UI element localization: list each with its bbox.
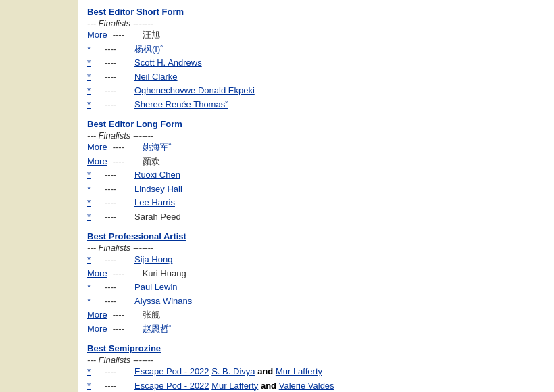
section-title-best-professional-artist[interactable]: Best Professional Artist [87,231,186,241]
section-best-editor-short-form: Best Editor Short Form--- Finalists ----… [87,3,547,111]
entry-name-link[interactable]: S. B. Divya [211,366,255,376]
entry-name-and: and [257,366,273,376]
entry-dashes: ---- [105,379,130,393]
entry-name: 杨枫(I)˚ [134,43,163,56]
entry-name: Paul Lewin [134,280,178,294]
section-best-semiprozine: Best Semiprozine--- Finalists -------*--… [87,339,547,392]
finalists-label-best-professional-artist: --- Finalists ------- [87,243,153,253]
entry-name: 汪旭 [143,28,160,42]
star-link[interactable]: * [87,253,99,266]
star-link[interactable]: * [87,379,99,393]
entry-dashes: ---- [113,308,138,322]
entry-row: *----Escape Pod - 2022 S. B. Divya and M… [87,365,547,378]
more-link[interactable]: More [87,322,107,336]
entry-dashes: ---- [105,253,130,266]
star-link[interactable]: * [87,280,99,294]
entry-name-link[interactable]: Oghenechovwe Donald Ekpeki [134,85,255,95]
star-link[interactable]: * [87,295,99,308]
entry-name-link[interactable]: Lee Harris [134,197,175,207]
entry-dashes: ---- [105,56,130,70]
entry-name-link[interactable]: Escape Pod - 2022 [134,366,209,376]
section-best-professional-artist: Best Professional Artist--- Finalists --… [87,227,547,335]
entry-row: *----Lindsey Hall [87,182,547,196]
entry-row: *----Escape Pod - 2022 Mur Lafferty and … [87,379,547,393]
entry-dashes: ---- [105,84,130,97]
star-link[interactable]: * [87,98,99,112]
entry-dashes: ---- [105,70,130,84]
star-link[interactable]: * [87,43,99,56]
entry-name-link[interactable]: 姚海军˚ [143,142,172,152]
finalists-label-best-editor-short-form: --- Finalists ------- [87,18,153,28]
entry-row: *----Lee Harris [87,196,547,210]
entry-name-complex: Escape Pod - 2022 S. B. Divya and Mur La… [134,365,322,378]
entry-name: 张舰 [143,308,160,322]
section-title-best-editor-long-form[interactable]: Best Editor Long Form [87,119,182,129]
entry-row: *----Sija Hong [87,253,547,266]
entry-row: *----Sarah Peed [87,210,547,224]
entry-row: *----Sheree Renée Thomas˚ [87,98,547,112]
star-link[interactable]: * [87,182,99,196]
entry-dashes: ---- [113,267,138,280]
main-content: Best Editor Short Form--- Finalists ----… [78,0,554,392]
entry-name-link[interactable]: Paul Lewin [134,282,178,292]
more-link[interactable]: More [87,28,107,42]
entry-dashes: ---- [105,365,130,378]
section-title-best-editor-short-form[interactable]: Best Editor Short Form [87,7,184,17]
entry-name: 姚海军˚ [143,141,172,154]
entry-dashes: ---- [113,322,138,336]
entry-dashes: ---- [105,168,130,182]
entry-name-link[interactable]: 杨枫(I)˚ [134,44,163,54]
star-link[interactable]: * [87,84,99,97]
entry-name-link[interactable]: Valerie Valdes [279,381,334,391]
entry-row: More----颜欢 [87,155,547,168]
entry-name-link[interactable]: Lindsey Hall [134,184,182,194]
entry-name-link[interactable]: Mur Lafferty [276,366,322,376]
section-title-best-semiprozine[interactable]: Best Semiprozine [87,343,161,353]
entry-name: Lee Harris [134,196,175,210]
sidebar [0,0,78,392]
star-link[interactable]: * [87,168,99,182]
star-link[interactable]: * [87,70,99,84]
entry-name-link[interactable]: Neil Clarke [134,72,178,82]
entry-dashes: ---- [105,182,130,196]
entry-name-link[interactable]: Sheree Renée Thomas˚ [134,99,228,109]
entry-row: *----Ruoxi Chen [87,168,547,182]
entry-name: Alyssa Winans [134,295,192,308]
star-link[interactable]: * [87,210,99,224]
entry-row: More----汪旭 [87,28,547,42]
entry-name: Neil Clarke [134,70,178,84]
star-link[interactable]: * [87,56,99,70]
entry-name-link[interactable]: Alyssa Winans [134,296,192,306]
entry-dashes: ---- [105,196,130,210]
star-link[interactable]: * [87,365,99,378]
entry-name-link[interactable]: Mur Lafferty [211,381,258,391]
finalists-label-best-editor-long-form: --- Finalists ------- [87,130,153,141]
section-best-editor-long-form: Best Editor Long Form--- Finalists -----… [87,115,547,223]
more-link[interactable]: More [87,267,107,280]
entry-name: Sija Hong [134,253,172,266]
entry-name-link[interactable]: Ruoxi Chen [134,170,180,180]
entry-name-link[interactable]: Sija Hong [134,254,172,264]
entry-name-link[interactable]: 赵恩哲˚ [143,324,172,334]
entry-row: *----Alyssa Winans [87,295,547,308]
entry-row: More----姚海军˚ [87,141,547,154]
entry-dashes: ---- [105,280,130,294]
more-link[interactable]: More [87,155,107,168]
entry-name: Scott H. Andrews [134,56,202,70]
entry-name-link[interactable]: Scott H. Andrews [134,57,202,68]
entry-name-link[interactable]: Escape Pod - 2022 [134,381,209,391]
entry-dashes: ---- [113,28,138,42]
more-link[interactable]: More [87,141,107,154]
entry-name-and: and [261,381,276,391]
entry-dashes: ---- [105,295,130,308]
star-link[interactable]: * [87,196,99,210]
entry-row: More----Kuri Huang [87,267,547,280]
entry-dashes: ---- [105,43,130,56]
more-link[interactable]: More [87,308,107,322]
entry-name: Oghenechovwe Donald Ekpeki [134,84,255,97]
entry-row: *----Neil Clarke [87,70,547,84]
entry-name: Sarah Peed [134,210,181,224]
entry-dashes: ---- [113,141,138,154]
entry-dashes: ---- [105,98,130,112]
entry-row: *----Oghenechovwe Donald Ekpeki [87,84,547,97]
